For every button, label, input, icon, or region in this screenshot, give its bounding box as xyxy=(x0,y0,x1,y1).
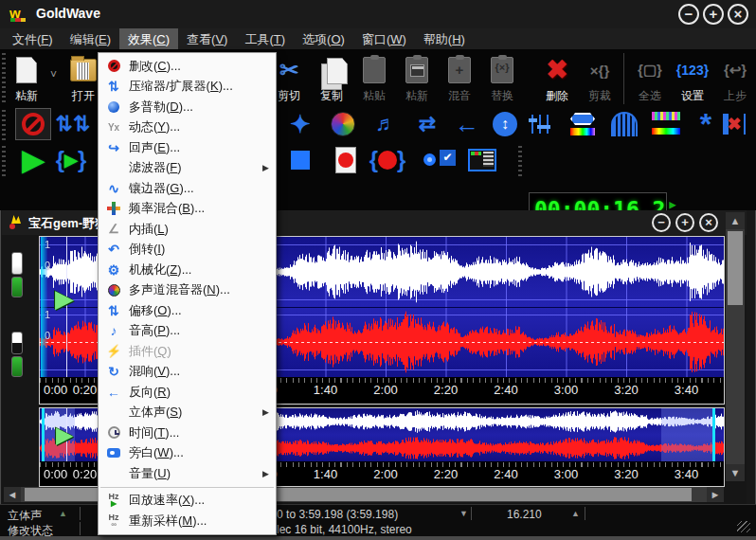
effects-menu-item-频率混合[interactable]: 频率混合(B)... xyxy=(99,199,276,220)
menu-5[interactable]: 选项(O) xyxy=(294,28,353,49)
vertical-scroll-thumb[interactable] xyxy=(728,231,743,305)
effects-menu-item-删改[interactable]: 删改(C)... xyxy=(99,56,276,77)
position-spinner-icon[interactable]: ▲ xyxy=(571,509,580,518)
close-button[interactable]: × xyxy=(699,213,718,232)
play-icon[interactable]: ▶ xyxy=(15,144,51,176)
menu-1[interactable]: 编辑(E) xyxy=(62,28,119,49)
close-button[interactable]: × xyxy=(728,4,748,25)
effects-menu-item-回放速率[interactable]: Hz▶回放速率(X)... xyxy=(99,491,276,512)
title-bar: w GoldWave −+× xyxy=(0,0,756,28)
edge-partial-icon[interactable] xyxy=(745,108,756,140)
channel-2-enable-button[interactable] xyxy=(11,356,23,377)
reverse-arrow-icon[interactable]: ← xyxy=(449,108,485,140)
effects-menu-item-内插[interactable]: ∠内插(L) xyxy=(99,219,276,240)
play-selection-icon[interactable]: {▶} xyxy=(53,144,89,176)
settings-icon: {123} xyxy=(672,53,713,87)
mechanize-gear-icon: ⚙ xyxy=(99,263,129,277)
ruler-label: 2:40 xyxy=(494,467,517,481)
channel-1-enable-button[interactable] xyxy=(11,277,23,297)
effects-menu-item-反向[interactable]: ←反向(R) xyxy=(99,382,276,403)
selection-start-marker[interactable] xyxy=(42,408,45,461)
delete-icon: ✖ xyxy=(536,53,578,87)
effects-menu-item-压缩器/扩展器[interactable]: ⇅压缩器/扩展器(K)... xyxy=(99,77,276,98)
toolbar-button-混音[interactable]: +混音 xyxy=(439,51,480,104)
maximize-button[interactable]: + xyxy=(703,4,724,25)
time-clock-icon xyxy=(99,426,129,439)
expander-arrows-icon[interactable]: ⇄ xyxy=(409,108,445,140)
control-properties-icon[interactable] xyxy=(464,144,500,176)
selection-dropdown-icon[interactable]: ▼ xyxy=(459,509,468,518)
ruler-label: 3:20 xyxy=(614,467,638,481)
effects-menu-item-旁白[interactable]: 旁白(W)... xyxy=(99,443,276,464)
toolbar-button-粘新[interactable]: 粘新 xyxy=(6,51,47,104)
scroll-down-icon[interactable]: ▼ xyxy=(726,464,745,481)
playback-marker-icon[interactable]: ▶ xyxy=(55,284,74,314)
toolbar-button-设置[interactable]: {123}设置 xyxy=(672,51,713,104)
menu-6[interactable]: 窗口(W) xyxy=(353,28,415,49)
filter-hex-icon[interactable] xyxy=(565,108,601,140)
selection-start-marker[interactable] xyxy=(41,237,47,377)
resize-grip[interactable] xyxy=(737,521,750,532)
effects-menu-item-倒转[interactable]: ↶倒转(I) xyxy=(99,240,276,261)
effects-menu-item-混响[interactable]: ↻混响(V)... xyxy=(99,362,276,383)
toolbar-button-复制[interactable]: 复制 xyxy=(311,51,352,104)
toolbar-button-粘新[interactable]: 粘新 xyxy=(396,51,438,104)
effects-menu-item-时间[interactable]: 时间(T)... xyxy=(99,423,276,443)
menu-2[interactable]: 效果(C) xyxy=(119,28,178,49)
channel-2-indicator[interactable] xyxy=(11,332,23,354)
effects-menu-item-立体声[interactable]: 立体声(S)▶ xyxy=(99,403,276,423)
menu-7[interactable]: 帮助(H) xyxy=(415,28,474,49)
stop-icon[interactable] xyxy=(282,144,318,176)
toolbar-button-替换[interactable]: {×}替换 xyxy=(481,51,523,104)
effects-menu-item-动态[interactable]: Yx动态(Y)... xyxy=(99,117,276,138)
effects-menu-item-音量[interactable]: 音量(U)▶ xyxy=(99,463,276,484)
reverb-gate-icon[interactable] xyxy=(606,108,642,140)
new-dropdown-caret-icon[interactable]: ˅ xyxy=(50,68,57,81)
scroll-right-icon[interactable]: ► xyxy=(707,487,724,502)
effects-menu-item-偏移[interactable]: ⇅偏移(O)... xyxy=(99,300,276,321)
maximize-button[interactable]: + xyxy=(675,213,694,232)
channel-1-indicator[interactable] xyxy=(11,252,23,275)
equalizer-icon[interactable] xyxy=(523,108,559,140)
spectrum-filter-icon[interactable] xyxy=(648,108,684,140)
compress-expand-icon[interactable]: ⇅⇅ xyxy=(55,108,91,140)
toolbar-button-剪裁[interactable]: ×{}剪裁 xyxy=(579,51,621,104)
effects-menu-item-回声[interactable]: ↪回声(E)... xyxy=(99,137,276,158)
playback-marker-icon[interactable]: ▶ xyxy=(56,422,73,448)
selection-end-marker[interactable] xyxy=(712,408,715,461)
toolbar-button-全选[interactable]: {▢}全选 xyxy=(629,51,671,104)
doppler-star-icon[interactable]: ✦ xyxy=(282,108,318,140)
effects-menu-item-机械化[interactable]: ⚙机械化(Z)... xyxy=(99,260,276,280)
minimize-button[interactable]: − xyxy=(678,4,699,25)
effects-menu: 删改(C)...⇅压缩器/扩展器(K)...多普勒(D)...Yx动态(Y)..… xyxy=(98,52,277,535)
record-options-icon[interactable]: ✔ xyxy=(422,144,458,176)
menu-0[interactable]: 文件(F) xyxy=(4,28,62,49)
ruler-label: 0:00 xyxy=(44,383,67,397)
effects-menu-item-镶边器[interactable]: ∿镶边器(G)... xyxy=(99,178,276,199)
position-value[interactable]: 16.210 xyxy=(507,508,542,521)
effects-menu-item-插件[interactable]: ⚡插件(Q) xyxy=(99,341,276,362)
minimize-button[interactable]: − xyxy=(652,213,671,232)
vertical-scrollbar[interactable]: ▲ ▼ xyxy=(726,212,745,481)
record-new-icon[interactable] xyxy=(328,144,364,176)
effects-menu-item-音高[interactable]: ♪音高(P)... xyxy=(99,321,276,342)
toolbar-button-上步[interactable]: {↩}上步 xyxy=(714,51,756,104)
toolbar-button-粘贴[interactable]: 粘贴 xyxy=(353,51,395,104)
record-selection-icon[interactable]: {} xyxy=(369,144,405,176)
scroll-up-icon[interactable]: ▲ xyxy=(726,212,745,229)
scroll-left-icon[interactable]: ◄ xyxy=(4,487,21,502)
effects-menu-item-滤波器[interactable]: 滤波器(F)▶ xyxy=(99,158,276,179)
effects-menu-item-多普勒[interactable]: 多普勒(D)... xyxy=(99,97,276,117)
prohibit-icon[interactable] xyxy=(15,108,51,140)
effects-menu-item-多声道混音器[interactable]: 多声道混音器(N)... xyxy=(99,280,276,301)
offset-circle-icon[interactable]: ↕ xyxy=(487,108,523,140)
effects-menu-item-重新采样[interactable]: Hz∞重新采样(M)... xyxy=(99,511,276,531)
channel-mode-status[interactable]: 立体声 xyxy=(8,508,42,524)
menu-4[interactable]: 工具(T) xyxy=(236,28,294,49)
channel-mixer-icon[interactable] xyxy=(325,108,361,140)
menu-3[interactable]: 查看(V) xyxy=(178,28,236,49)
toolbar-button-删除[interactable]: ✖删除 xyxy=(536,51,578,104)
channel-mode-toggle-icon[interactable]: ▲ xyxy=(59,509,67,518)
ruler-label: 3:40 xyxy=(675,467,698,481)
pitch-note-icon[interactable]: ♬ xyxy=(368,108,404,140)
